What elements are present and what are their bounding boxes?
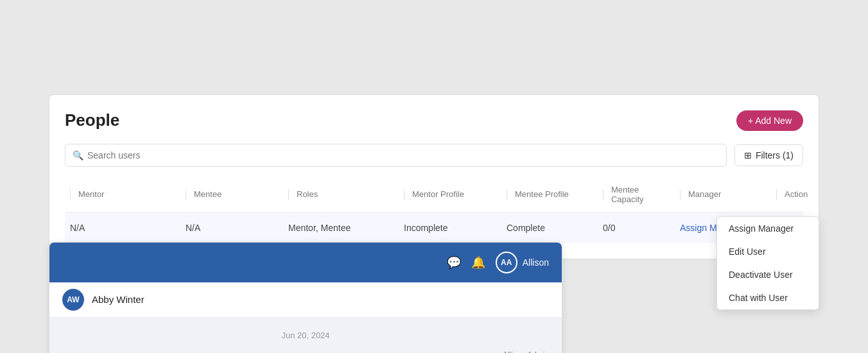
chat-contact-row: AW Abby Winter [49,282,562,318]
dropdown-item-chat-with-user[interactable]: Chat with User [717,286,819,309]
dropdown-item-deactivate-user[interactable]: Deactivate User [717,263,819,286]
search-input[interactable] [65,144,727,167]
cell-mentor: N/A [65,220,180,236]
col-mentee: Mentee [180,182,283,207]
notification-bell-icon[interactable]: 🔔 [471,255,485,270]
col-roles: Roles [283,182,399,207]
chat-panel: 💬 🔔 AA Allison AW Abby Winter Jun 20, 20… [49,242,562,354]
cell-mentor-profile: Incomplete [399,220,501,236]
col-action: Action [771,182,835,207]
col-mentee-profile: Mentee Profile [501,182,598,207]
filter-icon: ⊞ [744,150,752,160]
chat-bubble-icon[interactable]: 💬 [447,255,461,270]
table-row: N/A N/A Mentor, Mentee Incomplete Comple… [65,212,803,243]
dropdown-menu: Assign Manager Edit User Deactivate User… [716,216,819,310]
dropdown-item-edit-user[interactable]: Edit User [717,240,819,263]
col-manager: Manager [675,182,771,207]
contact-name: Abby Winter [92,294,144,305]
search-input-wrapper: 🔍 [65,144,727,167]
page-wrapper: People + Add New 🔍 ⊞ Filters (1) Mentor … [49,94,819,259]
chat-header-icons: 💬 🔔 [447,255,485,270]
date-divider: Jun 20, 2024 [62,331,549,340]
search-icon: 🔍 [73,150,83,160]
message-sender-name: Allison Admin [62,350,549,354]
people-panel: People + Add New 🔍 ⊞ Filters (1) Mentor … [49,94,819,259]
table-wrapper: Mentor Mentee Roles Mentor Profile Mente… [65,177,803,243]
cell-mentee-profile: Complete [501,220,598,236]
table-header: Mentor Mentee Roles Mentor Profile Mente… [65,177,803,212]
page-title: People [65,110,119,130]
contact-avatar: AW [62,289,84,311]
chat-header: 💬 🔔 AA Allison [49,243,562,282]
col-mentor-profile: Mentor Profile [399,182,501,207]
header-avatar: AA [496,252,517,273]
cell-mentee-capacity: 0/0 [598,220,675,236]
people-header: People + Add New [65,110,803,131]
add-new-button[interactable]: + Add New [736,110,803,131]
header-user-name: Allison [523,257,549,268]
chat-user-info: AA Allison [496,252,549,273]
dropdown-item-assign-manager[interactable]: Assign Manager [717,217,819,240]
col-mentee-capacity: Mentee Capacity [598,182,675,207]
filters-button[interactable]: ⊞ Filters (1) [734,144,803,166]
chat-body: Jun 20, 2024 Allison Admin ⋮ Hi Abby, Do… [49,318,562,354]
cell-roles: Mentor, Mentee [283,220,399,236]
cell-mentee: N/A [180,220,283,236]
search-row: 🔍 ⊞ Filters (1) [65,144,803,167]
col-mentor: Mentor [65,182,180,207]
filters-label: Filters (1) [756,150,794,160]
